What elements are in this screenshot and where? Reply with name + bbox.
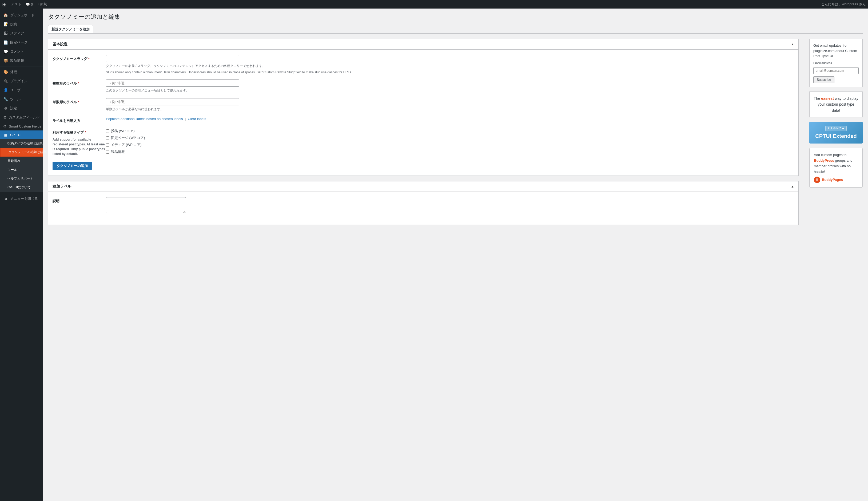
singular-label-row: 単数形のラベル * 単数形ラベルが必要な時に使われます。	[53, 98, 794, 111]
sidebar-item-posts[interactable]: 📝 投稿	[0, 20, 43, 29]
sidebar: 🏠 ダッシュボード 📝 投稿 🖼 メディア 📄 固定ページ 💬 コメント 📦 製…	[0, 9, 43, 501]
email-widget: Get email updates from pluginize.com abo…	[809, 39, 862, 87]
easiest-pre: The	[814, 96, 821, 100]
slug-control-wrap: タクソノミーの名前 / スラッグ。タクソノミーのコンテンツにアクセスするための各…	[106, 55, 794, 74]
description-control-wrap	[106, 197, 794, 214]
description-row: 説明	[53, 197, 794, 214]
pages-icon: 📄	[3, 40, 8, 44]
plural-hint: このタクソノミーの管理メニュー項目として使われます。	[106, 88, 794, 93]
user-greeting: こんにちは、wordpress さん	[821, 2, 866, 7]
singular-label-input[interactable]	[106, 98, 239, 105]
collapse-icon[interactable]: ▲	[791, 42, 794, 46]
comments-icon: 💬	[3, 49, 8, 54]
cpt-ui-submenu: 投稿タイプの追加と編集 タクソノミーの追加と編集 登録済み ツール ヘルプとサポ…	[0, 139, 43, 192]
submenu-add-post-type[interactable]: 投稿タイプの追加と編集	[0, 139, 43, 148]
plural-label-row: 複数形のラベル * このタクソノミーの管理メニュー項目として使われます。	[53, 79, 794, 93]
plugin-badge: PLUGINIZ ➜	[825, 126, 847, 131]
appearance-icon: 🎨	[3, 70, 8, 74]
right-sidebar: Get email updates from pluginize.com abo…	[804, 39, 862, 230]
wp-logo-icon[interactable]: ⊞	[2, 1, 7, 8]
auto-fill-row: ラベルを自動入力 Populate additional labels base…	[53, 117, 794, 123]
sidebar-item-plugins[interactable]: 🔌 プラグイン	[0, 77, 43, 86]
sidebar-item-users[interactable]: 👤 ユーザー	[0, 86, 43, 95]
sidebar-item-products[interactable]: 📦 製品情報	[0, 56, 43, 65]
basic-settings-section: 基本設定 ▲ タクソノミースラッグ * タクソノミーの名	[48, 39, 799, 176]
bp-icon: B	[814, 177, 820, 183]
checkbox-media[interactable]: メディア (WP コア)	[106, 142, 794, 147]
close-menu-icon: ◀	[3, 196, 8, 201]
sidebar-close-menu[interactable]: ◀ メニューを閉じる	[0, 194, 43, 203]
custom-fields-icon: ⚙	[3, 115, 7, 119]
sidebar-item-cpt-ui[interactable]: ▦ CPT UI	[0, 130, 43, 139]
submenu-about[interactable]: CPT UIについて	[0, 183, 43, 192]
buddypress-banner[interactable]: Add custom pages to BuddyPress groups an…	[809, 148, 862, 188]
basic-settings-header: 基本設定 ▲	[48, 39, 799, 50]
slug-field-row: タクソノミースラッグ * タクソノミーの名前 / スラッグ。タクソノミーのコンテ…	[53, 55, 794, 74]
additional-labels-title: 追加ラベル	[53, 184, 71, 189]
bp-highlight: BuddyPress	[814, 159, 834, 162]
checkbox-media-input[interactable]	[106, 143, 109, 147]
submenu-help[interactable]: ヘルプとサポート	[0, 174, 43, 183]
cptui-banner[interactable]: PLUGINIZ ➜ CPTUI Extended	[809, 122, 862, 143]
sidebar-item-settings[interactable]: ⚙ 設定	[0, 104, 43, 113]
sidebar-item-pages[interactable]: 📄 固定ページ	[0, 38, 43, 47]
post-types-note: Add support for available registered pos…	[53, 137, 106, 156]
description-textarea[interactable]	[106, 197, 186, 213]
email-input[interactable]	[813, 67, 859, 74]
sidebar-item-appearance[interactable]: 🎨 外観	[0, 67, 43, 77]
checkbox-products-input[interactable]	[106, 150, 109, 154]
cpt-ui-icon: ▦	[3, 132, 8, 137]
tools-icon: 🔧	[3, 97, 8, 102]
slug-input[interactable]	[106, 55, 239, 62]
comments-link[interactable]: 💬 0	[25, 2, 33, 7]
populate-labels-link[interactable]: Populate additional labels based on chos…	[106, 117, 183, 121]
submenu-tools[interactable]: ツール	[0, 166, 43, 174]
sidebar-item-smart-custom-fields[interactable]: ⚙ Smart Custom Fields	[0, 122, 43, 130]
additional-labels-header: 追加ラベル ▲	[48, 181, 799, 192]
additional-labels-section: 追加ラベル ▲ 説明	[48, 181, 799, 225]
products-icon: 📦	[3, 58, 8, 63]
sidebar-item-custom-fields[interactable]: ⚙ カスタムフィールド	[0, 113, 43, 122]
post-types-checkboxes: 投稿 (WP コア) 固定ページ (WP コア) メディア (WP コア)	[106, 129, 794, 154]
site-name[interactable]: テスト	[11, 2, 21, 7]
slug-label: タクソノミースラッグ *	[53, 55, 106, 61]
dashboard-icon: 🏠	[3, 13, 8, 17]
nav-tabs: 新規タクソノミーを追加	[48, 25, 862, 34]
settings-icon: ⚙	[3, 106, 8, 110]
collapse-additional-icon[interactable]: ▲	[791, 185, 794, 188]
submenu-add-taxonomy[interactable]: タクソノミーの追加と編集	[0, 148, 43, 157]
checkbox-page-input[interactable]	[106, 136, 109, 140]
cptui-title: CPTUI Extended	[814, 133, 858, 139]
easiest-banner[interactable]: The easiest way to display your custom p…	[809, 92, 862, 117]
media-icon: 🖼	[3, 31, 8, 35]
sidebar-item-media[interactable]: 🖼 メディア	[0, 29, 43, 38]
post-types-required: *	[85, 130, 86, 135]
sidebar-item-tools[interactable]: 🔧 ツール	[0, 95, 43, 104]
checkbox-products[interactable]: 製品情報	[106, 149, 794, 154]
admin-bar: ⊞ テスト 💬 0 + 新規 こんにちは、wordpress さん	[0, 0, 868, 9]
email-widget-text: Get email updates from pluginize.com abo…	[813, 43, 859, 59]
checkbox-page[interactable]: 固定ページ (WP コア)	[106, 136, 794, 140]
new-item-link[interactable]: + 新規	[37, 2, 47, 7]
sidebar-item-dashboard[interactable]: 🏠 ダッシュボード	[0, 11, 43, 20]
tab-add-taxonomy[interactable]: 新規タクソノミーを追加	[48, 25, 93, 33]
email-label: Email address	[813, 61, 859, 65]
add-taxonomy-button[interactable]: タクソノミーの追加	[53, 162, 92, 170]
slug-hint1: タクソノミーの名前 / スラッグ。タクソノミーのコンテンツにアクセスするための各…	[106, 64, 794, 68]
checkbox-post[interactable]: 投稿 (WP コア)	[106, 129, 794, 134]
clear-labels-link[interactable]: Clear labels	[188, 117, 206, 121]
submit-row: タクソノミーの追加	[53, 162, 794, 170]
post-types-label: 利用する投稿タイプ * Add support for available re…	[53, 129, 106, 156]
sidebar-item-comments[interactable]: 💬 コメント	[0, 47, 43, 56]
singular-required: *	[78, 100, 79, 104]
plugins-icon: 🔌	[3, 79, 8, 83]
plural-label-input[interactable]	[106, 79, 239, 87]
singular-hint: 単数形ラベルが必要な時に使われます。	[106, 107, 794, 111]
subscribe-button[interactable]: Subscribe	[813, 76, 834, 83]
slug-hint2: Slugs should only contain alphanumeric, …	[106, 71, 794, 74]
bp-logo: B BuddyPages	[814, 177, 858, 183]
submenu-registered[interactable]: 登録済み	[0, 157, 43, 166]
singular-label: 単数形のラベル *	[53, 98, 106, 105]
basic-settings-title: 基本設定	[53, 42, 67, 47]
checkbox-post-input[interactable]	[106, 129, 109, 133]
